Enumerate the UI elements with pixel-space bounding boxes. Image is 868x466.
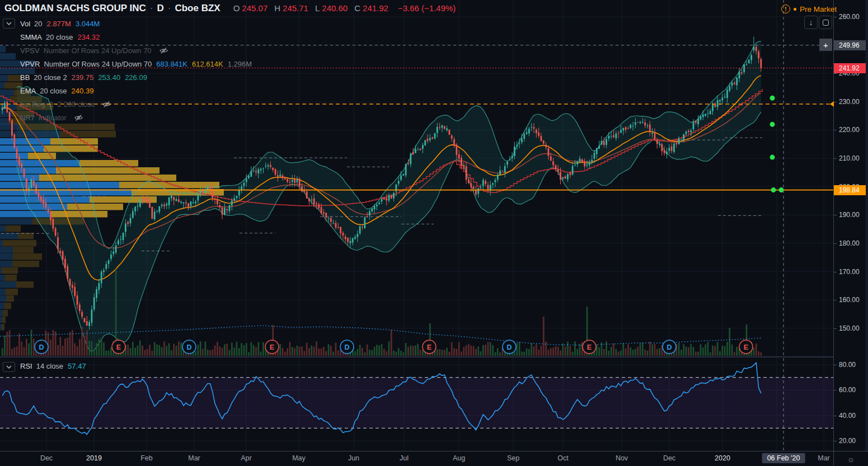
rsi-axis-label: 80.00	[834, 360, 856, 369]
price-axis[interactable]: 260.00250.00240.00230.00220.00210.00200.…	[833, 0, 865, 451]
indicator-name: SMMA	[20, 33, 42, 41]
indicator-params: Indicator	[39, 114, 67, 122]
crosshair-axis-plus-button[interactable]: +	[819, 39, 832, 51]
time-axis-label: May	[292, 454, 306, 462]
svg-text:D: D	[344, 343, 349, 351]
collapse-rsi-pane-button[interactable]	[3, 362, 15, 372]
svg-text:E: E	[270, 343, 274, 351]
market-status-label: Pre Market	[800, 5, 837, 13]
down-arrow-icon: ↓	[809, 18, 813, 27]
time-axis[interactable]: 06 Feb '20 Dec2019FebMarAprMayJunJulAugS…	[0, 451, 833, 466]
svg-text:D: D	[186, 343, 191, 351]
interval-selector[interactable]: D	[157, 3, 163, 14]
indicator-row-nr7[interactable]: NR7Indicator	[4, 111, 83, 124]
high-value: 245.71	[283, 3, 308, 13]
indicator-params: 20 close	[40, 87, 67, 95]
market-status: ! Pre Market	[781, 4, 837, 13]
close-value: 241.92	[363, 3, 388, 13]
rsi-axis-label: 60.00	[834, 385, 856, 394]
time-axis-label: Feb	[140, 454, 153, 462]
price-axis-label: 160.00	[834, 295, 860, 304]
sun-settings-icon: ☼	[847, 454, 855, 464]
time-axis-label: Nov	[616, 454, 628, 462]
exchange-name: Cboe BZX	[175, 3, 220, 14]
svg-text:D: D	[39, 343, 44, 351]
open-value: 245.07	[242, 3, 268, 13]
alert-arrow-marker	[830, 101, 834, 107]
eye-off-icon[interactable]	[74, 113, 83, 123]
time-axis-label: Mar	[188, 454, 200, 462]
price-axis-label: 210.00	[834, 154, 860, 163]
time-axis-label: Dec	[663, 454, 675, 462]
indicator-row-vpsv[interactable]: VPSVNumber Of Rows 24 Up/Down 70	[4, 44, 168, 57]
price-axis-label: 220.00	[834, 125, 860, 134]
time-axis-label: Mar	[818, 454, 830, 462]
indicator-value: 1.296M	[228, 60, 252, 68]
indicator-row-rsi[interactable]: RSI 14 close 57.47	[4, 360, 86, 371]
indicator-row-linreg[interactable]: Lin Reg2 -2 200 close	[4, 97, 111, 111]
price-axis-label: 190.00	[834, 210, 860, 219]
price-axis-label: 150.00	[834, 324, 860, 333]
time-axis-label: Sep	[507, 454, 519, 462]
indicator-params: 20	[34, 20, 42, 28]
indicator-name: VPSV	[20, 46, 40, 55]
indicator-row-vpvr[interactable]: VPVRNumber Of Rows 24 Up/Down 70683.841K…	[4, 57, 252, 70]
indicator-row-bb[interactable]: BB20 close 2239.75253.40226.09	[4, 70, 147, 84]
indicator-params: Number Of Rows 24 Up/Down 70	[44, 46, 152, 55]
time-axis-label: Dec	[40, 454, 53, 462]
separator: ·	[168, 3, 171, 14]
indicator-name: NR7	[20, 114, 35, 122]
svg-text:E: E	[116, 343, 121, 351]
time-axis-label: Oct	[557, 454, 568, 462]
symbol-header: GOLDMAN SACHS GROUP INC · D · Cboe BZX O…	[4, 3, 456, 17]
price-axis-label: 230.00	[834, 97, 860, 106]
rsi-legend: RSI 14 close 57.47	[4, 360, 86, 371]
tradingview-chart-window: DEDEDEDEDE GOLDMAN SACHS GROUP INC · D ·…	[0, 0, 868, 466]
indicator-value: 234.32	[77, 33, 100, 41]
time-axis-settings[interactable]: ☼	[833, 451, 868, 466]
rsi-axis-label: 20.00	[834, 436, 856, 445]
ohlc-readout: O245.07 H245.71 L240.60 C241.92	[229, 3, 388, 13]
chevron-down-icon	[6, 365, 12, 369]
indicator-name: Vol	[20, 20, 30, 28]
indicator-value: 240.39	[72, 87, 94, 95]
time-axis-label: 2019	[86, 454, 102, 462]
time-axis-label: 2020	[715, 454, 730, 462]
time-axis-label: Aug	[453, 454, 465, 462]
symbol-name[interactable]: GOLDMAN SACHS GROUP INC	[4, 3, 146, 14]
separator: ·	[150, 3, 153, 14]
indicator-row-vol[interactable]: Vol202.877M3.044M	[4, 17, 100, 30]
indicator-value: 226.09	[125, 73, 147, 82]
maximize-icon	[823, 20, 829, 26]
svg-text:D: D	[506, 343, 512, 351]
indicator-row-ema[interactable]: EMA20 close240.39	[4, 84, 93, 97]
eye-off-icon[interactable]	[159, 46, 168, 55]
svg-text:D: D	[667, 343, 672, 351]
price-badge-198.84: 198.84	[834, 185, 866, 195]
alert-circle-icon[interactable]: !	[781, 4, 790, 13]
crosshair-date-badge: 06 Feb '20	[762, 453, 805, 463]
pane-separator	[0, 356, 833, 357]
indicator-params: Number Of Rows 24 Up/Down 70	[44, 60, 152, 68]
time-axis-label: Jul	[400, 454, 409, 462]
indicator-params: 20 close 2	[34, 73, 67, 82]
eye-off-icon[interactable]	[102, 100, 111, 109]
scroll-to-recent-button[interactable]: ↓	[804, 16, 818, 29]
change-value: −3.66 (−1.49%)	[398, 3, 456, 13]
status-dot-icon	[794, 8, 796, 11]
rsi-pane-layer	[0, 363, 833, 434]
maximize-pane-button[interactable]	[819, 16, 832, 29]
time-axis-label: Jun	[348, 454, 359, 462]
indicator-legend-rows: Vol202.877M3.044MSMMA20 close234.32VPSVN…	[4, 17, 456, 124]
svg-text:E: E	[744, 343, 748, 351]
indicator-row-smma[interactable]: SMMA20 close234.32	[4, 30, 100, 44]
price-axis-label: 260.00	[834, 12, 860, 21]
price-axis-label: 170.00	[834, 267, 860, 276]
svg-text:E: E	[427, 343, 431, 351]
collapse-indicators-button[interactable]	[3, 18, 15, 29]
indicator-params: 2 -2 200 close	[49, 100, 95, 109]
low-value: 240.60	[322, 3, 348, 13]
indicator-params: 20 close	[46, 33, 73, 41]
price-axis-label: 180.00	[834, 239, 860, 248]
indicator-value: 3.044M	[76, 20, 100, 28]
